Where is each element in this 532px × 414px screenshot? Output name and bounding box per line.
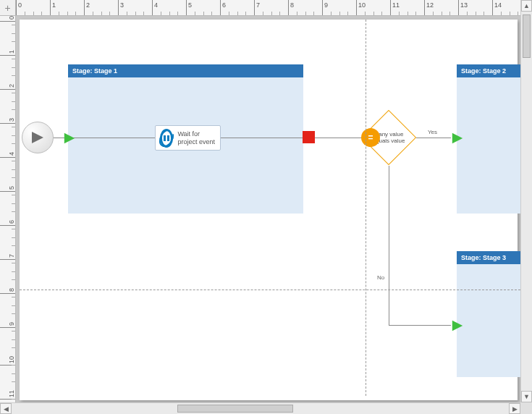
activity-wait-event[interactable]: Wait for project event (155, 125, 221, 151)
page-break-vertical (366, 20, 366, 396)
page[interactable]: Stage: Stage 1Stage: Stage 2Stage: Stage… (20, 20, 518, 400)
condition-if-value-equals[interactable]: =If any value equals value (369, 118, 408, 157)
connector-yes (416, 138, 451, 138)
ruler-origin: + (0, 0, 16, 16)
stage-header: Stage: Stage 1 (68, 64, 303, 77)
activity-label: Wait for project event (177, 130, 220, 146)
stage1-entry-arrow[interactable] (63, 132, 76, 145)
vertical-scrollbar[interactable]: ▲ ▼ (520, 0, 532, 402)
vertical-ruler: 01234567891011 (0, 16, 16, 402)
page-break-horizontal (20, 290, 520, 290)
stage-header: Stage: Stage 2 (457, 64, 520, 77)
scroll-right-button[interactable]: ▶ (509, 403, 520, 414)
canvas-viewport[interactable]: Stage: Stage 1Stage: Stage 2Stage: Stage… (16, 16, 520, 402)
scroll-down-button[interactable]: ▼ (521, 391, 532, 402)
stage-stage2[interactable]: Stage: Stage 2 (457, 64, 520, 214)
connector-no-label: No (377, 274, 384, 281)
connector-yes-label: Yes (428, 129, 437, 135)
stage3-entry-arrow[interactable] (451, 319, 464, 332)
play-icon (30, 130, 45, 145)
scroll-up-button[interactable]: ▲ (521, 0, 532, 12)
stage-exit-marker[interactable] (303, 131, 315, 143)
pause-circle-icon (160, 129, 173, 148)
stage-body[interactable] (457, 264, 520, 377)
connector-activity-exit (221, 138, 303, 138)
scroll-h-thumb[interactable] (177, 405, 293, 413)
stage-header: Stage: Stage 3 (457, 251, 520, 264)
scroll-v-thumb[interactable] (523, 14, 531, 58)
horizontal-scrollbar[interactable]: ◀ ▶ (0, 402, 520, 414)
connector-no-h (389, 325, 451, 326)
connector-no-v (389, 166, 389, 325)
svg-marker-0 (32, 132, 43, 143)
equals-icon: = (361, 128, 380, 147)
svg-marker-1 (64, 133, 75, 143)
stage-stage3[interactable]: Stage: Stage 3 (457, 251, 520, 377)
scroll-left-button[interactable]: ◀ (0, 403, 12, 414)
svg-marker-3 (452, 321, 463, 331)
stage2-entry-arrow[interactable] (451, 132, 464, 145)
stage-body[interactable] (457, 77, 520, 214)
connector-exit-condition (315, 138, 362, 138)
scroll-corner (520, 402, 532, 414)
svg-marker-2 (452, 133, 463, 143)
workflow-start-icon[interactable] (22, 122, 54, 153)
horizontal-ruler: 0123456789101112131415 (16, 0, 520, 16)
